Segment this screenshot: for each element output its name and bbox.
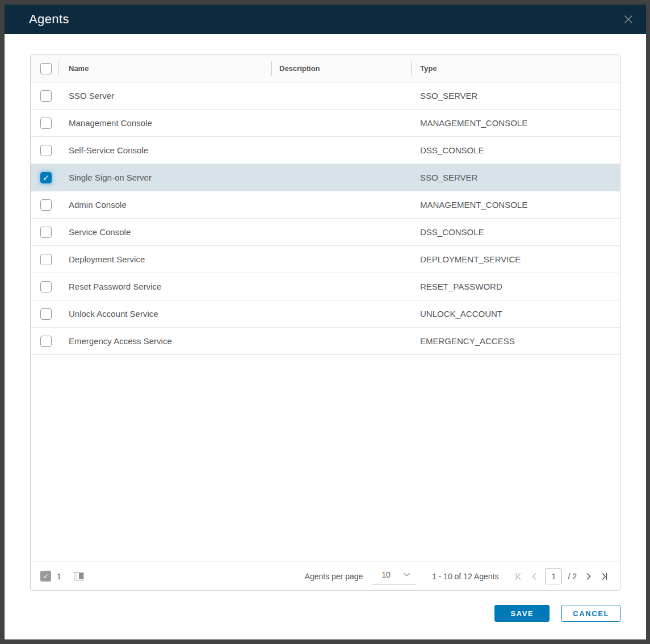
table-row[interactable]: ✓ Single Sign-on Server SSO_SERVER xyxy=(31,164,620,191)
row-type: DSS_CONSOLE xyxy=(411,145,620,155)
first-page-icon xyxy=(514,572,523,581)
agents-datagrid: Name Description Type SSO Server SSO_SER… xyxy=(30,55,620,591)
select-all-cell xyxy=(31,55,58,82)
close-icon xyxy=(622,13,635,26)
next-page-button[interactable] xyxy=(582,570,595,583)
last-page-button[interactable] xyxy=(598,570,611,583)
page-total-text: / 2 xyxy=(568,572,577,581)
row-name: Admin Console xyxy=(58,200,271,210)
agents-dialog: Agents Name Description xyxy=(5,5,646,639)
row-checkbox[interactable] xyxy=(40,227,52,238)
row-checkbox-cell xyxy=(31,145,58,156)
table-row[interactable]: Management Console MANAGEMENT_CONSOLE xyxy=(31,110,620,137)
datagrid-header-row: Name Description Type xyxy=(31,55,620,82)
dialog-header: Agents xyxy=(5,5,646,34)
pagination-range-text: 1 - 10 of 12 Agents xyxy=(432,572,499,581)
per-page-select[interactable]: 10 xyxy=(372,568,416,584)
row-checkbox[interactable] xyxy=(40,281,52,292)
dialog-actions: SAVE CANCEL xyxy=(30,605,620,622)
chevron-right-icon xyxy=(584,572,593,581)
table-row[interactable]: SSO Server SSO_SERVER xyxy=(31,82,620,110)
column-header-type: Type xyxy=(411,55,620,82)
row-checkbox[interactable] xyxy=(40,90,52,102)
table-row[interactable]: Reset Password Service RESET_PASSWORD xyxy=(31,273,620,300)
row-name: Reset Password Service xyxy=(58,282,271,291)
row-checkbox-cell xyxy=(31,90,58,102)
row-checkbox[interactable]: ✓ xyxy=(40,172,52,183)
dialog-title: Agents xyxy=(29,12,620,27)
row-name: Service Console xyxy=(58,227,271,237)
row-type: SSO_SERVER xyxy=(411,91,620,101)
row-checkbox-cell xyxy=(31,118,58,129)
row-name: Unlock Account Service xyxy=(58,309,271,319)
table-row[interactable]: Unlock Account Service UNLOCK_ACCOUNT xyxy=(31,300,620,328)
cancel-button[interactable]: CANCEL xyxy=(561,605,620,622)
column-header-label: Description xyxy=(279,64,320,73)
row-name: Management Console xyxy=(58,118,271,128)
row-type: MANAGEMENT_CONSOLE xyxy=(411,200,620,210)
row-checkbox[interactable] xyxy=(40,199,52,211)
table-row[interactable]: Service Console DSS_CONSOLE xyxy=(31,219,620,246)
column-header-description: Description xyxy=(271,55,411,82)
check-icon: ✓ xyxy=(43,573,48,580)
per-page-value: 10 xyxy=(381,570,391,579)
selected-count: 1 xyxy=(57,572,61,581)
row-name: Self-Service Console xyxy=(58,145,271,155)
row-type: MANAGEMENT_CONSOLE xyxy=(411,118,620,128)
table-row[interactable]: Self-Service Console DSS_CONSOLE xyxy=(31,137,620,164)
row-checkbox[interactable] xyxy=(40,145,52,156)
table-row[interactable]: Deployment Service DEPLOYMENT_SERVICE xyxy=(31,246,620,273)
close-button[interactable] xyxy=(620,11,637,28)
row-type: SSO_SERVER xyxy=(411,173,620,182)
column-toggle-icon[interactable] xyxy=(74,572,84,580)
row-checkbox-cell xyxy=(31,336,58,347)
row-checkbox-cell xyxy=(31,254,58,265)
row-name: SSO Server xyxy=(58,91,271,101)
row-type: RESET_PASSWORD xyxy=(411,282,620,291)
last-page-icon xyxy=(600,572,609,581)
row-type: EMERGENCY_ACCESS xyxy=(411,336,620,346)
row-name: Emergency Access Service xyxy=(58,336,271,346)
column-header-name: Name xyxy=(58,55,271,82)
row-type: DEPLOYMENT_SERVICE xyxy=(411,254,620,264)
row-type: DSS_CONSOLE xyxy=(411,227,620,237)
datagrid-empty-area xyxy=(31,355,620,562)
column-header-label: Name xyxy=(69,64,89,73)
table-row[interactable]: Emergency Access Service EMERGENCY_ACCES… xyxy=(31,328,620,355)
row-checkbox[interactable] xyxy=(40,254,52,265)
datagrid-footer: ✓ 1 Agents per page 10 1 - 10 of 12 Agen… xyxy=(31,562,620,590)
row-checkbox-cell xyxy=(31,308,58,320)
row-name: Deployment Service xyxy=(58,254,271,264)
chevron-left-icon xyxy=(530,572,539,581)
check-icon: ✓ xyxy=(43,174,49,182)
first-page-button[interactable] xyxy=(512,570,525,583)
row-checkbox[interactable] xyxy=(40,308,52,320)
per-page-label: Agents per page xyxy=(305,572,363,581)
chevron-down-icon xyxy=(403,572,410,577)
row-checkbox[interactable] xyxy=(40,118,52,129)
column-header-label: Type xyxy=(420,64,437,73)
dialog-body: Name Description Type SSO Server SSO_SER… xyxy=(5,34,646,639)
page-input[interactable] xyxy=(545,568,562,584)
table-row[interactable]: Admin Console MANAGEMENT_CONSOLE xyxy=(31,191,620,219)
save-button[interactable]: SAVE xyxy=(494,605,550,622)
selection-indicator-checkbox[interactable]: ✓ xyxy=(40,571,51,582)
row-checkbox-cell xyxy=(31,281,58,292)
previous-page-button[interactable] xyxy=(528,570,540,583)
row-checkbox-cell xyxy=(31,227,58,238)
row-checkbox-cell: ✓ xyxy=(31,172,58,183)
row-checkbox[interactable] xyxy=(40,336,52,347)
row-name: Single Sign-on Server xyxy=(58,173,271,182)
pagination-controls: / 2 xyxy=(512,568,611,584)
select-all-checkbox[interactable] xyxy=(40,63,52,74)
row-type: UNLOCK_ACCOUNT xyxy=(411,309,620,319)
row-checkbox-cell xyxy=(31,199,58,211)
